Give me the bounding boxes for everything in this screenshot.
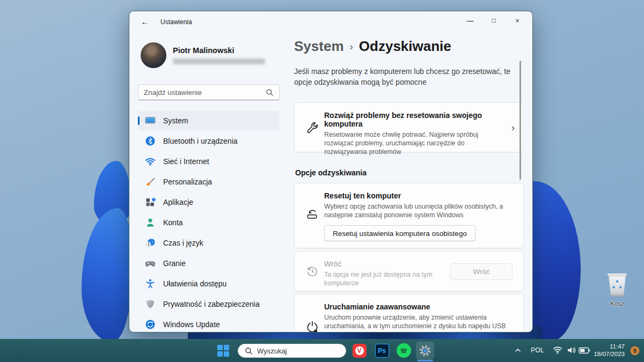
sidebar-item-label: Bluetooth i urządzenia: [163, 137, 238, 145]
recycle-bin-icon: [606, 274, 628, 299]
main-content: System › Odzyskiwanie Jeśli masz problem…: [294, 11, 524, 333]
breadcrumb-parent[interactable]: System: [294, 38, 344, 55]
go-back-card: Wróć Ta opcja nie jest już dostępna na t…: [294, 251, 524, 291]
history-clock-icon: [305, 264, 319, 278]
user-name: Piotr Malinowski: [173, 46, 265, 55]
taskbar: Wyszukaj V Ps POL: [0, 339, 644, 362]
card-title: Uruchamianie zaawansowane: [324, 302, 501, 311]
sidebar-item-apps[interactable]: Aplikacje: [138, 193, 280, 212]
user-email-redacted: [173, 58, 265, 64]
window-title: Ustawienia: [160, 18, 192, 26]
sidebar-item-label: Windows Update: [163, 320, 220, 329]
settings-search-input[interactable]: Znajdź ustawienie: [138, 84, 280, 100]
sidebar-nav: System Bluetooth i urządzenia Sieć i Int…: [138, 111, 280, 333]
photoshop-app-button[interactable]: Ps: [375, 343, 389, 358]
wallpaper-petal: [82, 208, 133, 342]
user-profile[interactable]: Piotr Malinowski: [141, 42, 265, 68]
settings-window: ← Ustawienia — □ × Piotr Malinowski: [129, 11, 533, 333]
advanced-startup-card: Uruchamianie zaawansowane Uruchom ponown…: [294, 294, 524, 333]
tray-time: 11:47: [594, 343, 625, 350]
sidebar-item-label: Prywatność i zabezpieczenia: [163, 300, 260, 308]
selected-accent-pill: [138, 116, 140, 125]
person-icon: [145, 217, 156, 228]
card-description: Uruchom ponownie urządzenie, aby zmienić…: [324, 313, 526, 330]
paintbrush-icon: [145, 176, 156, 187]
reset-pc-card: Resetuj ten komputer Wybierz opcję zacho…: [294, 183, 524, 248]
user-avatar: [141, 42, 166, 68]
gamepad-icon: [145, 258, 156, 269]
sidebar-item-label: Konta: [163, 218, 183, 227]
wrench-icon: [305, 121, 319, 135]
card-title: Resetuj ten komputer: [324, 191, 501, 200]
notification-badge[interactable]: 0: [630, 346, 640, 356]
clock-globe-icon: [145, 238, 156, 248]
wallpaper-petal: [527, 181, 581, 341]
system-icon: [145, 115, 156, 126]
tray-chevron-up-icon[interactable]: [514, 346, 522, 354]
reset-pc-button[interactable]: Resetuj ustawienia komputera osobistego: [324, 225, 475, 241]
sidebar-item-network[interactable]: Sieć i Internet: [138, 152, 280, 171]
accessibility-icon: [145, 278, 156, 289]
chevron-right-icon: ›: [511, 122, 515, 133]
sidebar-item-windows-update[interactable]: Windows Update: [138, 315, 280, 333]
sidebar-item-label: Ułatwienia dostępu: [163, 279, 226, 288]
sidebar-item-label: System: [163, 116, 188, 125]
tray-date: 18/07/2023: [594, 350, 625, 358]
photoshop-icon: Ps: [375, 344, 389, 358]
reset-pc-icon: [305, 206, 319, 220]
sidebar-item-label: Czas i język: [163, 239, 203, 247]
sidebar-item-accounts[interactable]: Konta: [138, 213, 280, 232]
clock[interactable]: 11:47 18/07/2023: [594, 343, 625, 358]
sidebar-item-system[interactable]: System: [138, 111, 280, 130]
sidebar-item-label: Aplikacje: [163, 198, 193, 206]
power-gear-icon: [305, 320, 319, 333]
go-back-button[interactable]: Wróć: [450, 263, 513, 280]
sidebar-item-accessibility[interactable]: Ułatwienia dostępu: [138, 274, 280, 293]
spotify-app-button[interactable]: [397, 343, 411, 358]
sidebar-item-personalization[interactable]: Personalizacja: [138, 172, 280, 191]
wifi-icon: [145, 156, 156, 167]
back-button[interactable]: ←: [137, 14, 153, 28]
back-arrow-icon: ←: [141, 17, 149, 26]
gear-icon: [418, 344, 432, 358]
vivaldi-icon: V: [353, 344, 367, 358]
breadcrumb: System › Odzyskiwanie: [294, 38, 451, 55]
taskbar-search-placeholder: Wyszukaj: [257, 347, 287, 355]
sidebar-item-time-language[interactable]: Czas i język: [138, 233, 280, 253]
vivaldi-app-button[interactable]: V: [352, 343, 367, 358]
page-title: Odzyskiwanie: [359, 38, 451, 55]
card-description: Ta opcja nie jest już dostępna na tym ko…: [324, 270, 452, 287]
tray-battery-icon[interactable]: [579, 347, 590, 354]
settings-app-button[interactable]: [416, 342, 434, 360]
update-icon: [145, 319, 156, 330]
sidebar-item-label: Sieć i Internet: [163, 157, 209, 166]
search-icon: [245, 347, 253, 355]
card-description: Wybierz opcję zachowania lub usunięcia p…: [324, 202, 517, 219]
sidebar-item-bluetooth[interactable]: Bluetooth i urządzenia: [138, 131, 280, 151]
recycle-bin-label: Kosz: [600, 300, 634, 307]
section-label: Opcje odzyskiwania: [295, 168, 367, 177]
bluetooth-icon: [145, 136, 156, 146]
taskbar-search[interactable]: Wyszukaj: [238, 344, 346, 358]
sidebar-item-label: Personalizacja: [163, 178, 212, 186]
sidebar-item-privacy[interactable]: Prywatność i zabezpieczenia: [138, 294, 280, 314]
card-title: Rozwiąż problemy bez resetowania swojego…: [324, 111, 501, 128]
tray-wifi-icon[interactable]: [553, 346, 562, 354]
language-indicator[interactable]: POL: [531, 346, 544, 354]
windows-logo-icon: [217, 345, 229, 357]
tray-volume-icon[interactable]: [567, 346, 576, 354]
sidebar-item-label: Granie: [163, 259, 186, 268]
page-description: Jeśli masz problemy z komputerem lub chc…: [294, 66, 522, 87]
spotify-icon: [397, 343, 411, 358]
sidebar-item-gaming[interactable]: Granie: [138, 254, 280, 273]
active-app-indicator: [417, 360, 433, 361]
search-icon: [266, 88, 274, 97]
desktop: Kosz ← Ustawienia — □ ×: [0, 0, 644, 362]
recycle-bin[interactable]: Kosz: [600, 274, 634, 307]
scrollbar[interactable]: [519, 61, 521, 180]
shield-icon: [145, 299, 156, 309]
search-placeholder: Znajdź ustawienie: [144, 88, 266, 97]
troubleshoot-card[interactable]: Rozwiąż problemy bez resetowania swojego…: [294, 102, 524, 152]
start-button[interactable]: [216, 343, 230, 358]
breadcrumb-separator-icon: ›: [350, 41, 353, 53]
